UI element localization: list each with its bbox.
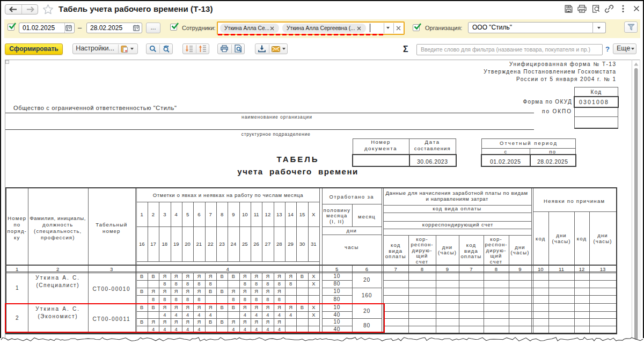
svg-text:40: 40 bbox=[333, 312, 340, 318]
svg-text:10: 10 bbox=[538, 266, 544, 272]
svg-text:учета рабочего времени: учета рабочего времени bbox=[237, 167, 358, 176]
svg-text:дни: дни bbox=[515, 244, 525, 250]
svg-text:4: 4 bbox=[175, 312, 178, 318]
svg-text:Я: Я bbox=[163, 319, 166, 325]
svg-text:8: 8 bbox=[255, 297, 258, 302]
svg-text:13: 13 bbox=[600, 266, 606, 272]
svg-text:(часы): (часы) bbox=[438, 250, 457, 255]
svg-text:дни: дни bbox=[556, 232, 567, 238]
svg-text:Дата: Дата bbox=[425, 139, 440, 145]
svg-text:В: В bbox=[220, 289, 223, 294]
svg-text:оплаты: оплаты bbox=[385, 253, 406, 259]
svg-text:20: 20 bbox=[363, 277, 370, 283]
svg-text:30.06.2023: 30.06.2023 bbox=[417, 158, 448, 165]
svg-text:Я: Я bbox=[174, 289, 178, 294]
svg-text:22: 22 bbox=[208, 241, 214, 247]
svg-text:(Экономист): (Экономист) bbox=[38, 313, 78, 319]
svg-text:6: 6 bbox=[365, 266, 368, 272]
svg-text:В: В bbox=[140, 274, 143, 279]
svg-text:по: по bbox=[549, 149, 556, 155]
svg-text:2: 2 bbox=[16, 315, 19, 321]
svg-text:Табельный: Табельный bbox=[96, 222, 127, 228]
svg-text:Унифицированная форма № Т-13: Унифицированная форма № Т-13 bbox=[509, 61, 616, 67]
svg-text:код: код bbox=[466, 242, 476, 248]
svg-text:Х: Х bbox=[312, 305, 315, 310]
svg-text:11: 11 bbox=[559, 266, 564, 272]
svg-text:часы: часы bbox=[345, 244, 358, 250]
svg-text:Я: Я bbox=[197, 319, 201, 325]
svg-text:12: 12 bbox=[265, 211, 271, 217]
svg-text:Я: Я bbox=[174, 305, 178, 310]
svg-text:29: 29 bbox=[288, 241, 294, 247]
svg-text:28: 28 bbox=[276, 241, 282, 247]
svg-text:должность: должность bbox=[42, 222, 73, 228]
svg-text:Отработано за: Отработано за bbox=[330, 194, 374, 200]
svg-text:13: 13 bbox=[276, 211, 282, 217]
svg-text:4: 4 bbox=[244, 327, 246, 332]
svg-text:В: В bbox=[140, 289, 143, 294]
svg-text:В: В bbox=[232, 305, 235, 310]
svg-text:Я: Я bbox=[266, 305, 270, 310]
svg-text:код: код bbox=[536, 236, 545, 241]
svg-text:Я: Я bbox=[254, 289, 258, 294]
svg-text:Я: Я bbox=[163, 289, 166, 294]
svg-text:с: с bbox=[504, 149, 507, 155]
svg-text:16: 16 bbox=[139, 241, 145, 247]
svg-text:Я: Я bbox=[243, 289, 247, 294]
svg-text:11: 11 bbox=[254, 211, 259, 217]
svg-text:(специальность,: (специальность, bbox=[34, 228, 82, 234]
svg-text:Я: Я bbox=[151, 319, 155, 325]
svg-text:4: 4 bbox=[278, 327, 281, 332]
svg-text:18: 18 bbox=[162, 241, 168, 247]
svg-text:8: 8 bbox=[244, 281, 246, 287]
svg-text:Я: Я bbox=[254, 319, 258, 325]
svg-text:1: 1 bbox=[16, 285, 19, 291]
svg-text:8: 8 bbox=[197, 297, 200, 302]
svg-text:Я: Я bbox=[266, 319, 270, 325]
svg-text:Номер: Номер bbox=[371, 139, 391, 145]
svg-text:4: 4 bbox=[278, 312, 281, 318]
svg-text:Номер: Номер bbox=[8, 215, 26, 221]
svg-text:Я: Я bbox=[197, 274, 201, 279]
svg-text:1: 1 bbox=[16, 266, 18, 272]
svg-text:Я: Я bbox=[186, 319, 189, 325]
svg-text:8: 8 bbox=[278, 297, 281, 302]
svg-text:Отметки о явках и неявках на р: Отметки о явках и неявках на работу по ч… bbox=[153, 192, 304, 198]
svg-text:Данные для начисления заработн: Данные для начисления заработной платы п… bbox=[385, 190, 528, 196]
svg-text:4: 4 bbox=[163, 327, 166, 332]
svg-text:19: 19 bbox=[173, 241, 179, 247]
svg-text:8: 8 bbox=[152, 297, 155, 302]
svg-text:8: 8 bbox=[163, 281, 166, 287]
svg-text:31: 31 bbox=[311, 241, 317, 247]
svg-text:30: 30 bbox=[299, 241, 305, 247]
svg-text:счет: счет bbox=[490, 259, 503, 265]
svg-text:3: 3 bbox=[110, 266, 113, 272]
svg-text:10: 10 bbox=[333, 319, 340, 325]
svg-text:0301008: 0301008 bbox=[579, 99, 609, 105]
svg-text:21: 21 bbox=[196, 241, 202, 247]
svg-text:26: 26 bbox=[253, 241, 259, 247]
svg-text:6: 6 bbox=[197, 211, 200, 217]
svg-text:Я: Я bbox=[243, 305, 247, 310]
svg-text:80: 80 bbox=[363, 323, 370, 328]
svg-text:8: 8 bbox=[421, 266, 423, 272]
svg-text:Я: Я bbox=[209, 274, 213, 279]
svg-text:Х: Х bbox=[312, 211, 316, 217]
svg-text:Я: Я bbox=[174, 319, 178, 325]
svg-text:12: 12 bbox=[579, 266, 585, 272]
svg-text:Уткина А. С.: Уткина А. С. bbox=[35, 306, 80, 312]
svg-text:Я: Я bbox=[277, 274, 281, 279]
svg-text:структурное подразделение: структурное подразделение bbox=[241, 131, 311, 137]
svg-text:7: 7 bbox=[209, 211, 212, 217]
svg-text:4: 4 bbox=[163, 312, 166, 318]
svg-text:Я: Я bbox=[289, 274, 292, 279]
svg-text:23: 23 bbox=[219, 241, 225, 247]
svg-text:код: код bbox=[577, 236, 587, 241]
svg-text:В: В bbox=[301, 305, 304, 310]
svg-text:Я: Я bbox=[232, 319, 236, 325]
svg-text:8: 8 bbox=[255, 281, 258, 287]
svg-text:8: 8 bbox=[289, 281, 292, 287]
svg-text:поряд-: поряд- bbox=[8, 228, 27, 234]
svg-text:14: 14 bbox=[288, 211, 294, 217]
svg-text:80: 80 bbox=[333, 296, 340, 302]
